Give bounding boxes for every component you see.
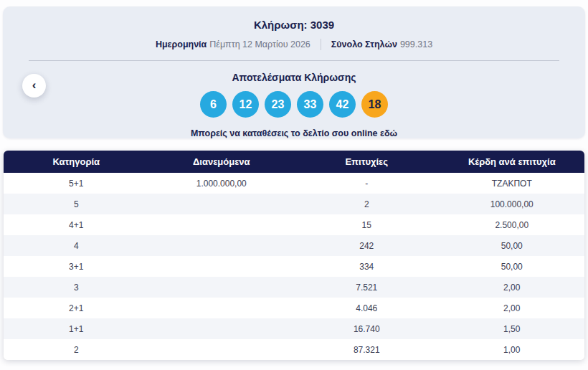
- table-cell: 15: [294, 214, 440, 235]
- table-cell: 1.000.000,00: [149, 173, 295, 194]
- table-cell: 3+1: [4, 256, 149, 277]
- table-cell: 2: [294, 194, 440, 214]
- column-header: Κατηγορία: [4, 151, 149, 173]
- lottery-number-ball: 23: [265, 91, 291, 118]
- table-row: 2+14.0462,00: [4, 298, 584, 318]
- table-cell: 5: [4, 194, 149, 214]
- table-cell: 334: [294, 256, 440, 277]
- table-cell: ΤΖΑΚΠΟΤ: [440, 173, 585, 194]
- table-cell: 2+1: [4, 298, 149, 318]
- chevron-left-icon: ‹: [32, 79, 37, 91]
- table-cell: [149, 277, 295, 298]
- lottery-number-ball: 12: [232, 91, 259, 118]
- lottery-number-ball: 6: [200, 91, 227, 118]
- draw-summary-panel: Κλήρωση: 3039 ΗμερομηνίαΠέμπτη 12 Μαρτίο…: [3, 6, 585, 138]
- winning-numbers-row: 61223334218: [3, 91, 585, 118]
- table-cell: 100.000,00: [440, 194, 585, 214]
- draw-date-value: Πέμπτη 12 Μαρτίου 2026: [209, 39, 310, 49]
- table-cell: 4.046: [294, 298, 440, 318]
- total-columns: Σύνολο Στηλών999.313: [331, 39, 432, 49]
- table-cell: [149, 235, 295, 256]
- draw-date-label: Ημερομηνία: [156, 39, 207, 49]
- table-cell: 2.500,00: [440, 214, 585, 235]
- table-row: 1+116.7401,50: [4, 318, 584, 339]
- prize-table-header: ΚατηγορίαΔιανεμόμεναΕπιτυχίεςΚέρδη ανά ε…: [4, 151, 584, 173]
- table-cell: 2: [4, 339, 149, 360]
- table-cell: 50,00: [440, 256, 585, 277]
- table-row: 4+1152.500,00: [4, 214, 584, 235]
- table-row: 52100.000,00: [4, 194, 584, 214]
- table-cell: [149, 339, 295, 360]
- prize-table-body: 5+11.000.000,00-ΤΖΑΚΠΟΤ52100.000,004+115…: [4, 173, 584, 360]
- table-cell: 5+1: [4, 173, 149, 194]
- table-row: 37.5212,00: [4, 277, 584, 298]
- table-cell: 1,00: [440, 339, 585, 360]
- panel-divider: [29, 60, 559, 61]
- table-row: 3+133450,00: [4, 256, 584, 277]
- draw-number-title: Κλήρωση: 3039: [3, 6, 585, 31]
- table-cell: 7.521: [294, 277, 440, 298]
- lottery-number-ball: 42: [329, 91, 356, 118]
- bonus-number-ball: 18: [361, 91, 388, 118]
- table-row: 5+11.000.000,00-ΤΖΑΚΠΟΤ: [4, 173, 584, 194]
- lottery-number-ball: 33: [297, 91, 323, 118]
- table-cell: 1+1: [4, 318, 149, 339]
- column-header: Επιτυχίες: [294, 151, 440, 173]
- table-cell: [149, 318, 295, 339]
- meta-divider: [321, 39, 321, 50]
- table-cell: 50,00: [440, 235, 585, 256]
- total-columns-value: 999.313: [400, 39, 432, 49]
- draw-date: ΗμερομηνίαΠέμπτη 12 Μαρτίου 2026: [156, 39, 310, 49]
- table-cell: [149, 256, 295, 277]
- table-cell: [149, 214, 295, 235]
- column-header: Κέρδη ανά επιτυχία: [440, 151, 585, 173]
- table-cell: [149, 194, 295, 214]
- table-row: 287.3211,00: [4, 339, 584, 360]
- table-cell: [149, 298, 295, 318]
- table-cell: 4: [4, 235, 149, 256]
- table-cell: 2,00: [440, 298, 585, 318]
- online-submit-link[interactable]: Μπορείς να καταθέσεις το δελτίο σου onli…: [3, 128, 585, 138]
- table-cell: -: [294, 173, 440, 194]
- total-columns-label: Σύνολο Στηλών: [331, 39, 397, 49]
- table-row: 424250,00: [4, 235, 584, 256]
- previous-draw-button[interactable]: ‹: [22, 74, 46, 98]
- prize-table: ΚατηγορίαΔιανεμόμεναΕπιτυχίεςΚέρδη ανά ε…: [4, 151, 584, 360]
- table-cell: 4+1: [4, 214, 149, 235]
- table-cell: 242: [294, 235, 440, 256]
- table-cell: 3: [4, 277, 149, 298]
- table-cell: 87.321: [294, 339, 440, 360]
- table-cell: 2,00: [440, 277, 585, 298]
- table-cell: 16.740: [294, 318, 440, 339]
- draw-meta-row: ΗμερομηνίαΠέμπτη 12 Μαρτίου 2026 Σύνολο …: [3, 39, 585, 50]
- table-cell: 1,50: [440, 318, 585, 339]
- column-header: Διανεμόμενα: [149, 151, 295, 173]
- results-title: Αποτελέσματα Κλήρωσης: [3, 72, 585, 83]
